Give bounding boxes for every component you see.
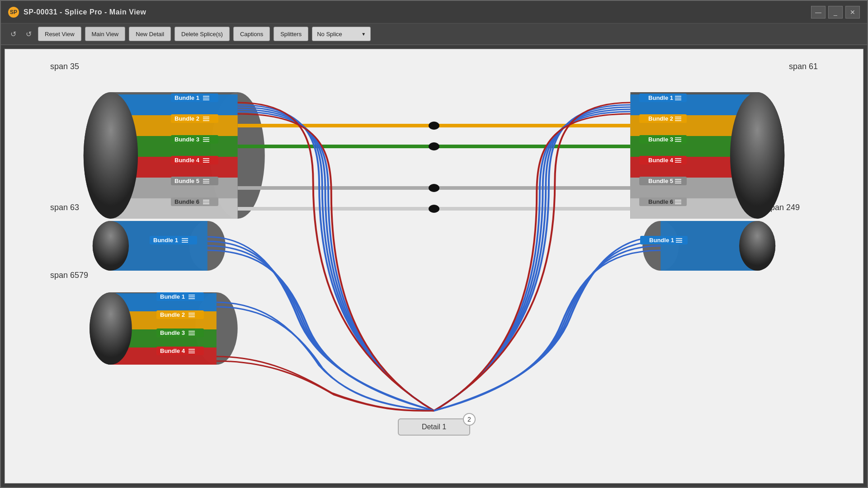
window-controls: — _ ✕ xyxy=(811,6,860,19)
span6579-bundle4-label: Bundle 4 xyxy=(156,347,204,355)
span35-bundle2-label: Bundle 2 xyxy=(171,114,218,123)
canvas-area: span 35 span 61 span 63 span 249 span 65… xyxy=(5,49,863,483)
span6579-bundle3-label: Bundle 3 xyxy=(156,328,204,337)
new-detail-button[interactable]: New Detail xyxy=(129,27,171,41)
app-icon: SP xyxy=(8,7,19,18)
sync-icon-1[interactable]: ↺ xyxy=(7,28,19,40)
span6579-bundle2-label: Bundle 2 xyxy=(156,310,204,319)
detail-label: Detail 1 xyxy=(422,423,446,431)
span6579-bundle1-label: Bundle 1 xyxy=(156,292,204,301)
svg-point-33 xyxy=(93,221,129,271)
splitters-button[interactable]: Splitters xyxy=(274,27,308,41)
captions-button[interactable]: Captions xyxy=(233,27,270,41)
title-bar: SP SP-00031 - Splice Pro - Main View — _… xyxy=(1,1,867,23)
reset-view-button[interactable]: Reset View xyxy=(38,27,81,41)
span35-bundle4-label: Bundle 4 xyxy=(171,156,218,164)
svg-point-10 xyxy=(84,92,138,219)
svg-point-27 xyxy=(429,184,439,192)
no-splice-dropdown[interactable]: No Splice ▼ xyxy=(312,27,371,41)
svg-point-28 xyxy=(429,205,439,213)
span35-bundle1-label: Bundle 1 xyxy=(171,94,218,102)
svg-point-20 xyxy=(730,92,784,219)
span61-bundle6-label: Bundle 6 xyxy=(639,197,687,206)
svg-point-26 xyxy=(429,142,439,150)
span61-bundle1-label: Bundle 1 xyxy=(639,94,687,102)
svg-point-25 xyxy=(429,122,439,130)
span249-bundle1-label: Bundle 1 xyxy=(640,236,688,244)
diagram-svg xyxy=(5,49,863,483)
detail-badge: 2 xyxy=(463,413,476,426)
span61-bundle2-label: Bundle 2 xyxy=(639,114,687,123)
main-view-button[interactable]: Main View xyxy=(85,27,126,41)
svg-point-46 xyxy=(90,292,132,365)
span35-bundle3-label: Bundle 3 xyxy=(171,135,218,144)
span61-bundle3-label: Bundle 3 xyxy=(639,135,687,144)
no-splice-label: No Splice xyxy=(317,31,357,38)
maximize-button[interactable]: _ xyxy=(828,6,843,19)
sync-icon-2[interactable]: ↺ xyxy=(23,28,34,40)
svg-point-38 xyxy=(739,221,775,271)
close-button[interactable]: ✕ xyxy=(845,6,860,19)
detail-box[interactable]: 2 Detail 1 xyxy=(398,418,470,436)
span35-bundle6-label: Bundle 6 xyxy=(171,197,218,206)
span61-bundle5-label: Bundle 5 xyxy=(639,177,687,185)
minimize-button[interactable]: — xyxy=(811,6,826,19)
dropdown-arrow-icon: ▼ xyxy=(361,32,366,37)
span63-bundle1-label: Bundle 1 xyxy=(150,236,197,244)
toolbar: ↺ ↺ Reset View Main View New Detail Dele… xyxy=(1,23,867,45)
app-window: SP SP-00031 - Splice Pro - Main View — _… xyxy=(0,0,868,488)
delete-splice-button[interactable]: Delete Splice(s) xyxy=(175,27,230,41)
span35-bundle5-label: Bundle 5 xyxy=(171,177,218,185)
span61-bundle4-label: Bundle 4 xyxy=(639,156,687,164)
window-title: SP-00031 - Splice Pro - Main View xyxy=(24,8,811,16)
